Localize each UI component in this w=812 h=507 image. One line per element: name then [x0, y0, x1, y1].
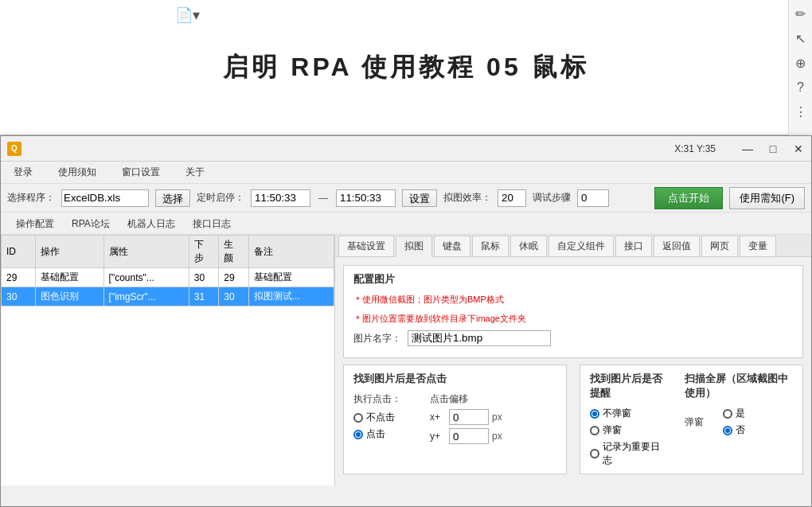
cell-note: 基础配置 — [248, 268, 334, 287]
scan-col: 扫描全屏（区域截图中使用） 弹窗 是 — [685, 372, 794, 437]
tab-image-find[interactable]: 拟图 — [396, 236, 432, 257]
tab-custom-component[interactable]: 自定义组件 — [548, 236, 614, 256]
close-button[interactable]: ✕ — [786, 136, 811, 162]
preview-area: 📄▾ 启明 RPA 使用教程 05 鼠标 ✏ ↖ ⊕ ? ⋮ — [0, 0, 812, 135]
window-controls: — □ ✕ — [735, 136, 811, 162]
execute-label-row: 执行点击： — [353, 392, 401, 406]
no-popup-radio[interactable] — [590, 409, 599, 419]
tab-interface[interactable]: 接口 — [615, 236, 652, 256]
cell-id: 29 — [2, 268, 36, 287]
help-button[interactable]: 使用需知(F) — [729, 187, 805, 209]
cell-attr: ["counts"... — [103, 268, 189, 287]
click-option[interactable]: 点击 — [353, 427, 401, 441]
timer-label: 定时启停： — [197, 191, 244, 205]
scan-no-radio[interactable] — [723, 426, 732, 435]
log-radio[interactable] — [590, 449, 599, 458]
debug-step-input[interactable] — [577, 189, 609, 207]
no-popup-label: 不弹窗 — [603, 407, 631, 420]
scan-yes-option[interactable]: 是 — [723, 407, 745, 420]
log-option[interactable]: 记录为重要日志 — [590, 440, 666, 467]
tab-robot-log[interactable]: 机器人日志 — [119, 213, 184, 234]
select-button[interactable]: 选择 — [155, 189, 190, 207]
tab-mouse[interactable]: 鼠标 — [472, 236, 509, 256]
preview-title: 启明 RPA 使用教程 05 鼠标 — [223, 50, 588, 85]
table-row[interactable]: 29 基础配置 ["counts"... 30 29 基础配置 — [2, 268, 334, 287]
maximize-button[interactable]: □ — [760, 136, 786, 162]
scan-yes-label: 是 — [736, 407, 745, 420]
scan-yes-no: 是 否 — [723, 407, 745, 437]
cursor-icon[interactable]: ↖ — [795, 31, 806, 46]
find-click-title: 找到图片后是否点击 — [353, 372, 556, 386]
cell-op: 基础配置 — [35, 268, 103, 287]
tab-interface-log[interactable]: 接口日志 — [184, 213, 240, 234]
scan-no-option[interactable]: 否 — [723, 423, 745, 437]
popup-label: 弹窗 — [603, 423, 622, 437]
operation-table: ID 操作 属性 下步 生颜 备注 29 基础配置 ["counts"... 3… — [1, 235, 334, 306]
image-name-input[interactable] — [408, 330, 551, 346]
tab-operation-config[interactable]: 操作配置 — [7, 213, 63, 234]
efficiency-input[interactable] — [498, 189, 526, 207]
debug-step-label: 调试步骤 — [533, 191, 571, 205]
y-label: y+ — [430, 431, 446, 442]
x-offset-input[interactable] — [449, 409, 489, 425]
start-button[interactable]: 点击开始 — [654, 187, 723, 209]
tab-basic-settings[interactable]: 基础设置 — [338, 236, 394, 256]
tab-rpa-forum[interactable]: RPA论坛 — [63, 213, 119, 234]
preview-document-icon: 📄▾ — [175, 6, 200, 24]
tab-return-value[interactable]: 返回值 — [654, 236, 700, 256]
settings-button[interactable]: 设置 — [402, 189, 437, 207]
menu-about[interactable]: 关于 — [179, 162, 211, 182]
menu-notice[interactable]: 使用须知 — [52, 162, 103, 182]
x-offset-row: x+ px — [430, 409, 502, 425]
coordinates-display: X:31 Y:35 — [674, 143, 716, 154]
scan-no-label: 否 — [736, 423, 745, 437]
click-radio[interactable] — [353, 430, 363, 439]
click-offset-title: 点击偏移 — [430, 392, 502, 406]
no-click-label: 不点击 — [366, 411, 395, 424]
popup-option[interactable]: 弹窗 — [590, 423, 666, 437]
tab-web[interactable]: 网页 — [701, 236, 738, 256]
cell-next: 31 — [189, 287, 219, 306]
no-click-radio[interactable] — [353, 413, 363, 423]
program-select[interactable] — [61, 189, 149, 207]
right-toolbar: ✏ ↖ ⊕ ? ⋮ — [788, 0, 812, 135]
x-label: x+ — [430, 411, 446, 423]
scan-yes-radio[interactable] — [723, 409, 732, 419]
menu-bar: 登录 使用须知 窗口设置 关于 — [1, 162, 811, 184]
image-name-row: 图片名字： — [353, 330, 793, 346]
tab-variable[interactable]: 变量 — [740, 236, 776, 256]
y-offset-input[interactable] — [449, 428, 489, 444]
pencil-icon[interactable]: ✏ — [795, 6, 806, 21]
table-area: ID 操作 属性 下步 生颜 备注 29 基础配置 ["counts"... 3… — [1, 235, 335, 486]
image-name-label: 图片名字： — [353, 332, 401, 345]
popup-radio[interactable] — [590, 426, 599, 435]
time1-input[interactable] — [251, 189, 310, 207]
minimize-button[interactable]: — — [735, 136, 760, 162]
menu-login[interactable]: 登录 — [7, 162, 39, 182]
menu-window[interactable]: 窗口设置 — [115, 162, 166, 182]
app-icon: Q — [7, 142, 21, 156]
cell-id: 30 — [2, 287, 36, 306]
cell-result: 30 — [219, 287, 249, 306]
tab-keyboard[interactable]: 键盘 — [434, 236, 470, 256]
header-next: 下步 — [189, 236, 219, 268]
y-offset-row: y+ px — [430, 428, 502, 444]
image-config-section: 配置图片 ＊使用微信截图；图片类型为BMP格式 ＊图片位置需要放到软件目录下im… — [343, 265, 803, 358]
grid-icon[interactable]: ⋮ — [794, 104, 807, 119]
operation-tab-bar: 操作配置 RPA论坛 机器人日志 接口日志 — [1, 213, 811, 235]
time-separator: — — [317, 193, 330, 204]
find-click-section: 找到图片后是否点击 执行点击： 不点击 — [343, 365, 567, 474]
no-click-option[interactable]: 不点击 — [353, 411, 401, 424]
help-icon[interactable]: ? — [797, 80, 804, 95]
two-col-section: 找到图片后是否点击 执行点击： 不点击 — [343, 365, 803, 481]
time2-input[interactable] — [336, 189, 396, 207]
image-config-title: 配置图片 — [353, 272, 793, 287]
cell-result: 29 — [219, 268, 249, 287]
no-popup-option[interactable]: 不弹窗 — [590, 407, 666, 420]
header-attr: 属性 — [103, 236, 189, 268]
click-offset-section: 点击偏移 x+ px y+ px — [430, 392, 502, 447]
zoom-icon[interactable]: ⊕ — [795, 56, 806, 71]
table-row[interactable]: 30 图色识别 ["imgScr"... 31 30 拟图测试... — [2, 287, 334, 306]
tab-sleep[interactable]: 休眠 — [510, 236, 547, 256]
title-bar: Q X:31 Y:35 — □ ✕ — [1, 136, 811, 162]
